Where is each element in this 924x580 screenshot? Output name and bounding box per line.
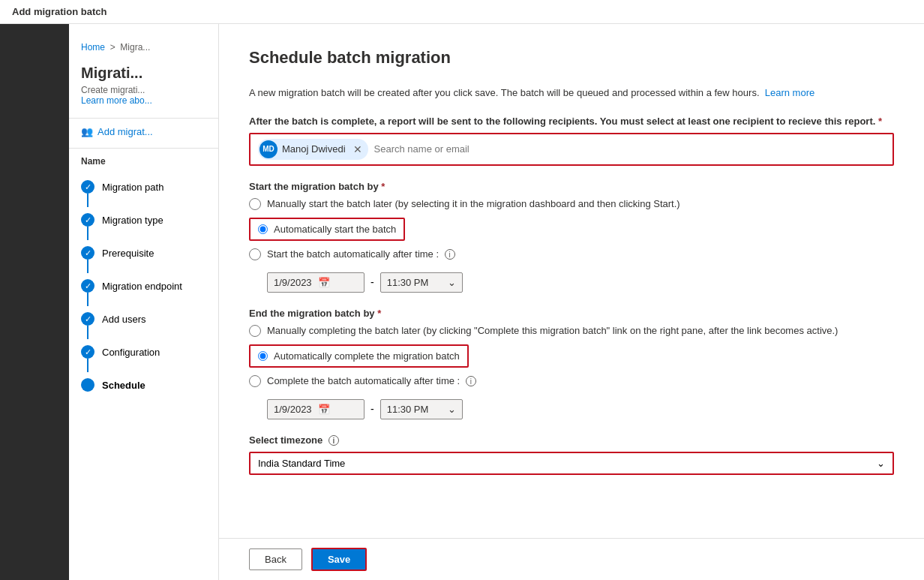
start-manual-label: Manually start the batch later (by selec… <box>267 198 680 209</box>
step-label-schedule: Schedule <box>102 378 146 391</box>
end-date-time-dash: - <box>370 403 374 415</box>
start-auto-label: Automatically start the batch <box>274 224 396 235</box>
end-time-radio[interactable] <box>249 375 261 387</box>
end-manual-label: Manually completing the batch later (by … <box>267 325 838 336</box>
step-item-configuration: ✓ Configuration <box>69 342 218 375</box>
step-label-prerequisite: Prerequisite <box>102 246 154 259</box>
end-radio-group: Manually completing the batch later (by … <box>249 325 894 387</box>
back-button[interactable]: Back <box>249 548 302 570</box>
nav-panel: Home > Migra... Migrati... Create migrat… <box>69 24 219 580</box>
step-item-migration-type: ✓ Migration type <box>69 210 218 243</box>
timezone-label: Select timezone i <box>249 434 894 446</box>
end-time-option: Complete the batch automatically after t… <box>249 375 894 387</box>
end-manual-radio[interactable] <box>249 325 261 337</box>
recipient-search-input[interactable] <box>374 143 885 155</box>
end-label: End the migration batch by <box>249 308 894 319</box>
recipients-label: After the batch is complete, a report wi… <box>249 116 894 127</box>
start-date-value: 1/9/2023 <box>274 277 312 288</box>
start-manual-radio[interactable] <box>249 198 261 210</box>
start-time-label: Start the batch automatically after time… <box>267 248 455 260</box>
content-title: Schedule batch migration <box>249 48 894 68</box>
step-label-add-users: Add users <box>102 312 146 325</box>
start-time-field[interactable]: 11:30 PM ⌄ <box>380 272 463 293</box>
step-check-prerequisite: ✓ <box>81 246 94 260</box>
start-manual-option: Manually start the batch later (by selec… <box>249 198 894 210</box>
step-check-configuration: ✓ <box>81 345 94 359</box>
timezone-value: India Standard Time <box>258 458 345 469</box>
step-item-schedule: Schedule <box>69 375 218 395</box>
step-label-migration-endpoint: Migration endpoint <box>102 279 182 292</box>
start-calendar-icon: 📅 <box>318 277 330 288</box>
top-bar: Add migration batch <box>0 0 924 24</box>
start-auto-option-highlighted: Automatically start the batch <box>249 218 405 241</box>
recipient-box[interactable]: MD Manoj Dwivedi ✕ <box>249 133 894 166</box>
step-check-migration-type: ✓ <box>81 213 94 227</box>
left-sidebar <box>0 24 69 580</box>
start-label: Start the migration batch by <box>249 181 894 192</box>
breadcrumb-home[interactable]: Home <box>81 42 105 53</box>
start-time-info-icon: i <box>445 249 455 260</box>
start-date-field[interactable]: 1/9/2023 📅 <box>267 272 364 293</box>
end-auto-option-highlighted: Automatically complete the migration bat… <box>249 344 469 368</box>
breadcrumb: Home > Migra... <box>69 36 218 59</box>
start-auto-radio[interactable] <box>258 224 268 234</box>
recipient-chip: MD Manoj Dwivedi ✕ <box>258 139 368 160</box>
end-calendar-icon: 📅 <box>318 404 330 415</box>
step-check-add-users: ✓ <box>81 312 94 326</box>
steps-list: ✓ Migration path ✓ Migration type ✓ Prer… <box>69 171 218 401</box>
timezone-select[interactable]: India Standard Time ⌄ <box>249 452 894 475</box>
content-area: Schedule batch migration A new migration… <box>219 24 924 538</box>
recipient-name: Manoj Dwivedi <box>282 143 346 155</box>
step-check-migration-endpoint: ✓ <box>81 279 94 293</box>
start-date-time-row: 1/9/2023 📅 - 11:30 PM ⌄ <box>267 272 894 293</box>
start-time-option: Start the batch automatically after time… <box>249 248 894 260</box>
learn-more-link[interactable]: Learn more <box>765 87 814 98</box>
timezone-info-icon: i <box>328 435 339 446</box>
end-date-time-row: 1/9/2023 📅 - 11:30 PM ⌄ <box>267 399 894 419</box>
page-title-section: Migrati... Create migrati... Learn more … <box>69 59 218 119</box>
step-dot-schedule <box>81 378 94 392</box>
step-check-migration-path: ✓ <box>81 180 94 194</box>
timezone-section: Select timezone i India Standard Time ⌄ <box>249 434 894 476</box>
step-item-migration-endpoint: ✓ Migration endpoint <box>69 276 218 309</box>
avatar: MD <box>260 140 278 158</box>
end-time-chevron: ⌄ <box>448 404 456 415</box>
page-title: Migrati... <box>81 65 206 82</box>
end-time-info-icon: i <box>466 376 476 386</box>
add-icon: 👥 <box>81 126 93 137</box>
end-time-field[interactable]: 11:30 PM ⌄ <box>380 399 463 419</box>
end-auto-radio[interactable] <box>258 351 268 361</box>
end-time-value: 11:30 PM <box>387 404 429 415</box>
start-date-time-dash: - <box>370 276 374 288</box>
start-time-chevron: ⌄ <box>448 277 456 288</box>
remove-recipient-button[interactable]: ✕ <box>353 143 362 155</box>
top-bar-title: Add migration batch <box>12 6 106 17</box>
end-date-field[interactable]: 1/9/2023 📅 <box>267 399 364 419</box>
add-migration-action[interactable]: 👥 Add migrat... <box>69 119 218 145</box>
step-item-prerequisite: ✓ Prerequisite <box>69 243 218 276</box>
nav-column-header: Name <box>69 152 218 171</box>
start-time-radio[interactable] <box>249 248 261 260</box>
start-radio-group: Manually start the batch later (by selec… <box>249 198 894 260</box>
step-item-add-users: ✓ Add users <box>69 309 218 342</box>
breadcrumb-section: Migra... <box>120 42 150 53</box>
end-date-value: 1/9/2023 <box>274 404 312 415</box>
info-text: A new migration batch will be created af… <box>249 86 894 101</box>
timezone-chevron-icon: ⌄ <box>877 458 885 469</box>
learn-more-sidebar-link[interactable]: Learn more abo... <box>81 95 152 106</box>
step-label-migration-type: Migration type <box>102 213 164 226</box>
nav-divider <box>69 148 218 149</box>
page-subtitle: Create migrati... Learn more abo... <box>81 85 206 106</box>
end-manual-option: Manually completing the batch later (by … <box>249 325 894 337</box>
end-auto-label: Automatically complete the migration bat… <box>274 350 460 362</box>
end-time-label: Complete the batch automatically after t… <box>267 375 476 387</box>
save-button[interactable]: Save <box>311 548 367 571</box>
step-label-configuration: Configuration <box>102 345 160 358</box>
bottom-bar: Back Save <box>219 538 924 580</box>
step-label-migration-path: Migration path <box>102 180 164 193</box>
start-time-value: 11:30 PM <box>387 277 429 288</box>
step-item-migration-path: ✓ Migration path <box>69 177 218 210</box>
